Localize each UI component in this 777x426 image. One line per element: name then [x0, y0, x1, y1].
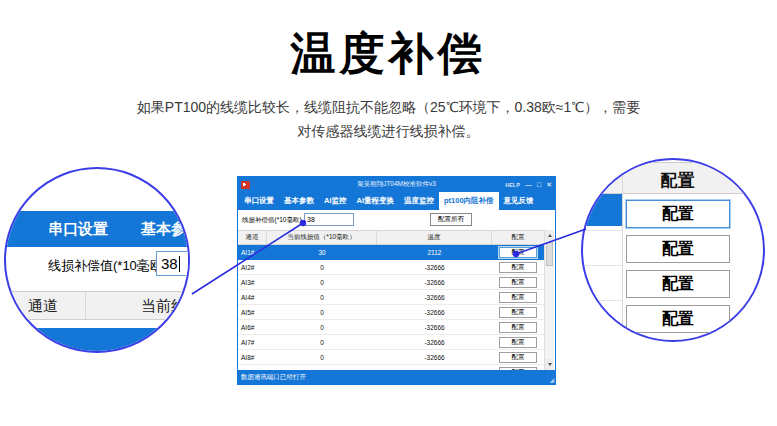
page-title: 温度补偿	[0, 24, 777, 84]
callout-compensation-input: 38	[156, 251, 190, 276]
toolbar: 线损补偿值(*10毫欧) 配置所有	[238, 210, 555, 230]
temperature-cell: -32666	[377, 264, 492, 271]
left-magnifier-callout: 串口设置 基本参数 线损补偿值(*10毫欧) 38 通道 当前线损值	[4, 167, 190, 353]
scroll-down-button[interactable]	[545, 359, 554, 370]
callout-selected-row	[6, 328, 188, 353]
column-divider	[622, 162, 623, 340]
callout-selected-row-fragment	[583, 194, 622, 226]
line-loss-cell: 0	[267, 294, 377, 301]
table-row[interactable]: AI8# 0 -32666 配置	[238, 350, 544, 365]
tab[interactable]: pt100内阻补偿	[439, 192, 499, 210]
tab[interactable]: AI量程变换	[352, 192, 400, 210]
callout-tab-basic: 基本参数	[141, 220, 190, 239]
tab[interactable]: 串口设置	[239, 192, 279, 210]
channel-cell: AI2#	[238, 264, 267, 271]
status-text: 数据通讯端口已经打开	[241, 373, 306, 382]
callout-compensation-value: 38	[161, 255, 178, 272]
line-loss-cell: 0	[267, 309, 377, 316]
scroll-up-icon	[548, 234, 552, 237]
channel-cell: AI5#	[238, 309, 267, 316]
line-loss-cell: 0	[267, 324, 377, 331]
row-divider	[583, 230, 622, 231]
temperature-cell: -32666	[377, 309, 492, 316]
configure-all-button[interactable]: 配置所有	[430, 213, 472, 226]
configure-button[interactable]: 配置	[499, 247, 537, 258]
table-row[interactable]: AI5# 0 -32666 配置	[238, 305, 544, 320]
table-row[interactable]: AI3# 0 -32666 配置	[238, 275, 544, 290]
tab[interactable]: 温度监控	[399, 192, 439, 210]
temperature-cell: -32666	[377, 339, 492, 346]
configure-button[interactable]: 配置	[499, 307, 537, 318]
table-row[interactable]: AI2# 0 -32666 配置	[238, 260, 544, 275]
configure-button[interactable]: 配置	[499, 322, 537, 333]
configure-button[interactable]: 配置	[499, 352, 537, 363]
scroll-down-icon	[548, 363, 552, 366]
channel-cell: AI8#	[238, 354, 267, 361]
table-row[interactable]: AI6# 0 -32666 配置	[238, 320, 544, 335]
compensation-input[interactable]	[304, 213, 354, 226]
status-bar: 数据通讯端口已经打开 ◢	[238, 370, 555, 384]
compensation-label: 线损补偿值(*10毫欧)	[242, 216, 302, 225]
channel-cell: AI4#	[238, 294, 267, 301]
tab-bar: 串口设置基本参数AI监控AI量程变换温度监控pt100内阻补偿意见反馈	[238, 192, 555, 210]
row-divider	[583, 300, 622, 301]
row-divider	[583, 265, 622, 266]
page: 温度补偿 如果PT100的线缆比较长，线缆阻抗不能忽略（25℃环境下，0.38欧…	[0, 0, 777, 426]
app-window: 聚英翱翔JT04M校准软件v3 HELP — □ ✕ 串口设置基本参数AI监控A…	[237, 176, 556, 385]
configure-button[interactable]: 配置	[499, 262, 537, 273]
column-divider	[85, 292, 86, 319]
help-button[interactable]: HELP	[505, 182, 520, 188]
table-header: 通道 当前线损值（*10毫欧） 温度 配置	[238, 230, 544, 245]
column-header-configure: 配置	[492, 231, 544, 244]
configure-button[interactable]: 配置	[499, 277, 537, 288]
channel-cell: AI3#	[238, 279, 267, 286]
temperature-cell: 2112	[377, 249, 492, 256]
callout-configure-button: 配置	[626, 270, 730, 298]
scroll-up-button[interactable]	[545, 230, 554, 241]
tab[interactable]: AI监控	[319, 192, 352, 210]
callout-tab-bar: 串口设置 基本参数	[6, 211, 188, 247]
callout-configure-button: 配置	[626, 235, 730, 263]
callout-configure-header: 配置	[583, 162, 763, 194]
temperature-cell: -32666	[377, 324, 492, 331]
channel-cell: AI7#	[238, 339, 267, 346]
tab[interactable]: 意见反馈	[499, 192, 539, 210]
tab[interactable]: 基本参数	[279, 192, 319, 210]
page-description: 如果PT100的线缆比较长，线缆阻抗不能忽略（25℃环境下，0.38欧≈1℃），…	[0, 95, 777, 143]
callout-tab-serial: 串口设置	[48, 220, 108, 239]
channel-cell: AI1#	[238, 249, 267, 256]
callout-configure-button: 配置	[626, 200, 730, 228]
table-row[interactable]: AI7# 0 -32666 配置	[238, 335, 544, 350]
configure-button[interactable]: 配置	[499, 337, 537, 348]
callout-compensation-label: 线损补偿值(*10毫欧)	[48, 257, 167, 275]
configure-button[interactable]: 配置	[499, 292, 537, 303]
table-row[interactable]: AI1# 30 2112 配置	[238, 245, 544, 260]
column-header-channel: 通道	[238, 231, 267, 244]
close-button[interactable]: ✕	[546, 181, 552, 188]
line-loss-cell: 0	[267, 339, 377, 346]
temperature-cell: -32666	[377, 354, 492, 361]
line-loss-cell: 30	[267, 249, 377, 256]
column-header-line-loss: 当前线损值（*10毫欧）	[267, 231, 377, 244]
line-loss-cell: 0	[267, 279, 377, 286]
window-titlebar[interactable]: 聚英翱翔JT04M校准软件v3 HELP — □ ✕	[238, 177, 555, 192]
callout-table-header: 通道 当前线损值	[6, 291, 188, 320]
maximize-button[interactable]: □	[537, 181, 541, 188]
right-magnifier-callout: 配置 配置 配置 配置 配置	[581, 158, 765, 342]
table-row[interactable]: AI4# 0 -32666 配置	[238, 290, 544, 305]
line-loss-cell: 0	[267, 264, 377, 271]
callout-configure-button: 配置	[626, 305, 730, 333]
scrollbar[interactable]	[544, 230, 554, 370]
text-caret	[179, 256, 180, 272]
resize-grip-icon: ◢	[549, 376, 554, 383]
channel-cell: AI6#	[238, 324, 267, 331]
temperature-cell: -32666	[377, 279, 492, 286]
callout-header-line-loss: 当前线损值	[141, 297, 190, 316]
minimize-button[interactable]: —	[525, 181, 532, 188]
table-body: AI1# 30 2112 配置 AI2# 0 -32666 配置 AI3# 0 …	[238, 245, 544, 370]
callout-configure-header-label: 配置	[622, 169, 733, 192]
temperature-cell: -32666	[377, 294, 492, 301]
page-description-line2: 对传感器线缆进行线损补偿。	[0, 119, 777, 143]
scrollbar-thumb[interactable]	[546, 242, 553, 266]
callout-header-channel: 通道	[28, 297, 58, 316]
